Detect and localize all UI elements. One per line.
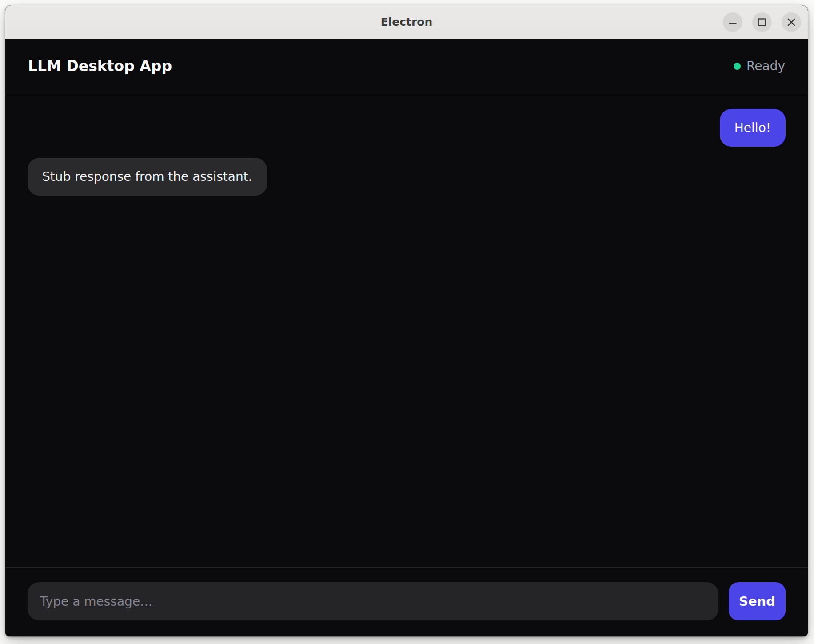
minimize-button[interactable] [723, 12, 742, 32]
window-controls [723, 5, 801, 39]
app-header: LLM Desktop App Ready [5, 39, 808, 93]
close-button[interactable] [782, 12, 801, 32]
chat-area[interactable]: Hello! Stub response from the assistant. [5, 93, 808, 567]
maximize-button[interactable] [752, 12, 772, 32]
send-button[interactable]: Send [729, 582, 786, 620]
message-input[interactable] [28, 582, 718, 620]
chat-message-assistant: Stub response from the assistant. [28, 158, 267, 196]
close-icon [786, 17, 796, 27]
status-dot-icon [734, 63, 741, 70]
composer: Send [5, 567, 808, 636]
titlebar[interactable]: Electron [5, 5, 808, 39]
minimize-icon [728, 18, 737, 27]
chat-row-user: Hello! [28, 109, 786, 147]
chat-row-assistant: Stub response from the assistant. [28, 158, 786, 196]
chat-message-user: Hello! [720, 109, 786, 147]
status-indicator: Ready [734, 59, 785, 73]
maximize-icon [758, 18, 766, 27]
window-title: Electron [381, 16, 433, 28]
app-window: Electron LLM Desktop App [5, 5, 808, 636]
status-label: Ready [746, 59, 785, 73]
page-title: LLM Desktop App [28, 57, 172, 75]
app-content: LLM Desktop App Ready Hello! Stub respon… [5, 39, 808, 636]
